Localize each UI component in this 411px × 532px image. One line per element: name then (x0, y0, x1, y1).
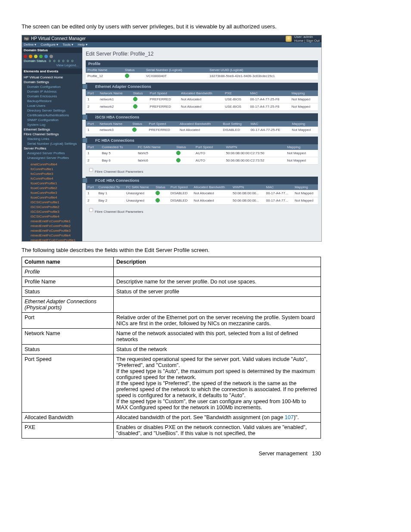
menu-define[interactable]: Define ▾ (24, 43, 36, 47)
sidebar-item-profile[interactable]: fcConnProfile3 (24, 171, 81, 176)
sidebar-item-profile[interactable]: iSCSIConnProfile1 (24, 200, 81, 205)
sidebar-item-profile[interactable]: iSCSIConnProfile2 (24, 205, 81, 209)
iscsi-table: PortNetwork NameStatusPort SpeedAllocate… (86, 121, 318, 134)
table-row[interactable]: 1Bay 5fabric5AUTO50:06:0B:00:00:C2:73:50… (86, 150, 318, 157)
sidebar-item[interactable]: Domain IP Address (24, 89, 81, 94)
fcoe-table: PortConnected ToFC SAN NameStatusPort Sp… (86, 184, 318, 205)
sidebar-item-profile[interactable]: mixedEnetFcConnProfile2 (24, 224, 81, 228)
sidebar-item-profile[interactable]: mixedEnetFCoEConnProfile1 (24, 238, 81, 241)
status-ok-icon (125, 74, 129, 78)
footer-page: 130 (312, 451, 321, 457)
desc-row: StatusStatus of the server profile (22, 286, 321, 296)
sidebar: Domain Status Domain Status 0 0 0 (22, 47, 82, 241)
sidebar-item[interactable]: System Log (24, 122, 81, 127)
fc-block-title: FC HBA Connections (86, 137, 318, 144)
sidebar-nav: HP Virtual Connect HomeDomain SettingsDo… (22, 74, 82, 161)
desc-row: PortRelative order of the Ethernet port … (22, 312, 321, 328)
menu-tools[interactable]: Tools ▾ (62, 43, 73, 47)
sidebar-item[interactable]: Stacking Links (24, 137, 81, 141)
status-ok-icon (156, 191, 160, 195)
table-row[interactable]: Profile_12VCX000040T18273b86-5be8-42e1-9… (86, 73, 318, 80)
table-row[interactable]: 2network2PREFERREDNot AllocatedUSE-BIOS0… (86, 103, 318, 110)
desc-row: Allocated BandwidthAllocated bandwidth o… (22, 412, 321, 422)
page-footer: Server management 130 (22, 451, 321, 457)
sidebar-item-profile[interactable]: mixedEnetFcConnProfile3 (24, 228, 81, 233)
sidebar-item[interactable]: Domain Configuration (24, 84, 81, 89)
table-row[interactable]: 1Bay 1UnassignedDISABLEDNot Allocated50:… (86, 190, 318, 197)
user-name: admin (303, 35, 313, 39)
count-5: 0 (72, 59, 73, 63)
status-dot-minor (34, 55, 37, 58)
fc-boot-params-checkbox[interactable]: Fibre Channel Boot Parameters (87, 166, 318, 174)
view-legend-link[interactable]: View Legend... (24, 63, 79, 68)
sidebar-item-profile[interactable]: iSCSIConnProfile4 (24, 214, 81, 219)
sidebar-item-profile[interactable]: mixedEnetFcConnProfile4 (24, 233, 81, 238)
sidebar-item-profile[interactable]: iSCSIConnProfile3 (24, 209, 81, 214)
sidebar-item[interactable]: Unassigned Server Profiles (24, 156, 81, 160)
sidebar-item[interactable]: Ethernet Settings (24, 127, 81, 132)
home-icon[interactable] (286, 36, 292, 42)
window-titlebar: hp HP Virtual Connect Manager User: admi… (22, 35, 321, 42)
domain-status-box: Domain Status 0 0 0 0 0 0 View Legend... (22, 53, 82, 68)
table-row[interactable]: 1network1PREFERREDNot AllocatedUSE-BIOS0… (86, 96, 318, 103)
fcoe-boot-params-checkbox[interactable]: Fibre Channel Boot Parameters (87, 206, 318, 214)
status-ok-icon (133, 104, 137, 109)
sidebar-hdr-elements: Elements and Events (22, 68, 82, 74)
sidebar-item[interactable]: HP Virtual Connect Home (24, 75, 81, 80)
sidebar-item-profile[interactable]: mixedEnetFcConnProfile1 (24, 219, 81, 224)
table-row[interactable]: 2Bay 2UnassignedDISABLEDNot Allocated50:… (86, 197, 318, 204)
status-ok-icon (133, 97, 137, 101)
status-dot-critical (24, 55, 27, 58)
desc-row: Network NameName of the network associat… (22, 328, 321, 344)
desc-row: PXEEnables or disables PXE on the networ… (22, 422, 321, 438)
sidebar-item[interactable]: Domain Settings (24, 80, 81, 84)
count-1: 0 (53, 59, 55, 63)
screenshot-container: hp HP Virtual Connect Manager User: admi… (22, 35, 322, 242)
sidebar-item-profile[interactable]: fcConnProfile4 (24, 176, 81, 181)
count-4: 0 (67, 59, 68, 63)
eth-block-title: Ethernet Adapter Connections (86, 83, 318, 90)
desc-row: Profile NameDescriptive name for the ser… (22, 277, 321, 286)
desc-row: StatusStatus of the network (22, 344, 321, 354)
eth-table: PortNetwork NameStatusPort SpeedAllocate… (86, 90, 318, 111)
sidebar-item[interactable]: Fibre Channel Settings (24, 132, 81, 137)
status-dot-info (44, 55, 48, 58)
page-heading: Edit Server Profile: Profile_12 (86, 51, 318, 57)
status-ok-icon (132, 128, 137, 132)
sidebar-item[interactable]: Directory Server Settings (24, 108, 81, 113)
sidebar-item-profile[interactable]: fcoeConnProfile4 (24, 195, 81, 200)
menubar: Define ▾ Configure ▾ Tools ▾ Help ▾ (22, 42, 321, 47)
sidebar-item[interactable]: Assigned Server Profiles (24, 151, 81, 156)
sidebar-item[interactable]: SNMP Configuration (24, 118, 81, 122)
status-ok-icon (176, 158, 181, 162)
fc-table: PortConnected ToFC SAN NameStatusPort Sp… (86, 144, 318, 165)
table-row[interactable]: 2Bay 6fabric6AUTO50:06:0B:00:00:C2:73:52… (86, 157, 318, 164)
main-panel: Edit Server Profile: Profile_12 Profile … (82, 47, 321, 241)
count-3: 0 (62, 59, 64, 63)
menu-configure[interactable]: Configure ▾ (40, 43, 58, 47)
sidebar-item-profile[interactable]: fcConnProfile1 (24, 167, 81, 171)
sidebar-item-profile[interactable]: fcoeConnProfile3 (24, 190, 81, 195)
domain-status-label: Domain Status (24, 59, 46, 63)
desc-header-col: Column name (22, 257, 114, 267)
sidebar-item[interactable]: Server Profiles (24, 146, 81, 151)
menu-help[interactable]: Help ▾ (78, 43, 87, 47)
status-dot-ok (39, 55, 43, 58)
sidebar-item[interactable]: Domain Enclosures (24, 94, 81, 99)
desc-row: Port SpeedThe requested operational spee… (22, 354, 321, 412)
desc-header-desc: Description (114, 257, 321, 267)
intro-text: The screen can be edited only by users w… (22, 23, 389, 31)
sidebar-item[interactable]: Backup/Restore (24, 99, 81, 103)
page-ref-link[interactable]: 107 (285, 414, 294, 420)
profile-table: Profile NameStatusSerial Number (Logical… (86, 67, 318, 80)
sidebar-item[interactable]: Serial Number (Logical) Settings (24, 141, 81, 146)
sidebar-item-profile[interactable]: enetConnProfile4 (24, 162, 81, 167)
sidebar-item[interactable]: Certificates/Authentications (24, 113, 81, 118)
iscsi-block-title: iSCSI HBA Connections (86, 113, 318, 121)
sidebar-item-profile[interactable]: fcoeConnProfile1 (24, 181, 81, 186)
table-row[interactable]: 1network3PREFERREDNot AllocatedDISABLED0… (86, 127, 318, 134)
sidebar-item[interactable]: Local Users (24, 103, 81, 108)
sidebar-nav-orange: enetConnProfile4fcConnProfile1fcConnProf… (22, 161, 82, 241)
sidebar-item-profile[interactable]: fcoeConnProfile2 (24, 186, 81, 190)
top-links[interactable]: Home | Sign Out (294, 39, 320, 43)
